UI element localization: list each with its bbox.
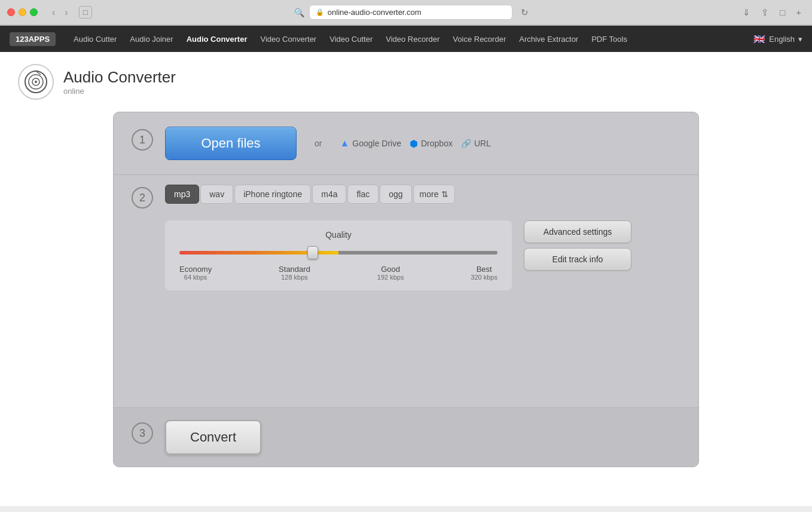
lock-icon: 🔒 — [316, 8, 324, 16]
google-drive-label: Google Drive — [352, 139, 401, 148]
nav-links: Audio Cutter Audio Joiner Audio Converte… — [68, 32, 753, 46]
format-tab-ogg[interactable]: ogg — [380, 185, 411, 204]
reload-button[interactable]: ↻ — [517, 6, 532, 19]
format-tab-m4a[interactable]: m4a — [312, 185, 346, 204]
quality-area: Quality Economy 64 kbps — [165, 220, 512, 290]
format-tab-iphone-ringtone[interactable]: iPhone ringtone — [234, 185, 311, 204]
app-subtitle: online — [63, 87, 176, 96]
logo-icon — [24, 70, 48, 94]
brand-logo[interactable]: 123APPS — [10, 32, 56, 46]
slider-wrap — [179, 247, 497, 259]
step3-section: 3 Convert — [114, 408, 698, 467]
app-logo — [18, 64, 54, 100]
format-tab-wav[interactable]: wav — [200, 185, 233, 204]
nav-audio-cutter[interactable]: Audio Cutter — [68, 32, 123, 46]
dropbox-label: Dropbox — [421, 139, 453, 148]
url-label: URL — [474, 139, 491, 148]
step3-number: 3 — [132, 422, 153, 444]
url-link[interactable]: 🔗 URL — [461, 139, 491, 148]
format-tabs: mp3 wav iPhone ringtone m4a flac ogg mor… — [165, 185, 680, 204]
forward-button[interactable]: › — [61, 6, 71, 19]
page-content: Audio Converter online 1 Open files or ▲… — [0, 52, 812, 506]
app-title-wrap: Audio Converter online — [63, 68, 176, 96]
dropbox-icon: ⬢ — [410, 138, 418, 149]
quality-marker-best: Best 320 kbps — [471, 265, 497, 281]
step2-number: 2 — [132, 187, 153, 209]
edit-track-info-button[interactable]: Edit track info — [524, 248, 631, 271]
step2-content: mp3 wav iPhone ringtone m4a flac ogg mor… — [165, 185, 680, 398]
open-files-button[interactable]: Open files — [165, 127, 297, 160]
nav-audio-converter[interactable]: Audio Converter — [181, 32, 254, 46]
nav-video-recorder[interactable]: Video Recorder — [380, 32, 445, 46]
url-text: online-audio-converter.com — [328, 8, 422, 17]
download-button[interactable]: ⇓ — [739, 6, 754, 19]
window-mode-button[interactable]: □ — [79, 6, 92, 19]
converter-wrap: 1 Open files or ▲ Google Drive ⬢ Dropbox — [0, 112, 812, 479]
app-header: Audio Converter online — [0, 52, 812, 112]
nav-audio-joiner[interactable]: Audio Joiner — [124, 32, 179, 46]
nav-video-cutter[interactable]: Video Cutter — [323, 32, 378, 46]
slider-track — [179, 251, 497, 255]
convert-button[interactable]: Convert — [165, 420, 261, 455]
more-label: more — [420, 189, 439, 199]
quality-label: Quality — [179, 230, 497, 240]
app-navbar: 123APPS Audio Cutter Audio Joiner Audio … — [0, 26, 812, 52]
or-text: or — [315, 139, 322, 148]
share-button[interactable]: ⇪ — [758, 6, 773, 19]
back-button[interactable]: ‹ — [48, 6, 59, 19]
chevron-down-icon: ▾ — [798, 35, 802, 44]
step1-section: 1 Open files or ▲ Google Drive ⬢ Dropbox — [114, 112, 698, 175]
add-tab-button[interactable]: + — [792, 6, 805, 19]
svg-point-3 — [35, 81, 37, 83]
link-icon: 🔗 — [461, 139, 471, 148]
cloud-links: ▲ Google Drive ⬢ Dropbox 🔗 URL — [340, 138, 490, 149]
step1-inner: 1 Open files or ▲ Google Drive ⬢ Dropbox — [114, 112, 698, 174]
empty-space — [165, 290, 680, 398]
step1-number: 1 — [132, 129, 153, 151]
google-drive-link[interactable]: ▲ Google Drive — [340, 138, 401, 149]
quality-marker-good: Good 192 kbps — [377, 265, 404, 281]
minimize-dot[interactable] — [19, 8, 26, 16]
flag-icon: 🇬🇧 — [753, 33, 765, 45]
quality-markers: Economy 64 kbps Standard 128 kbps Good — [179, 265, 497, 281]
dropbox-link[interactable]: ⬢ Dropbox — [410, 138, 453, 149]
nav-voice-recorder[interactable]: Voice Recorder — [447, 32, 512, 46]
language-label: English — [769, 35, 795, 44]
quality-marker-economy: Economy 64 kbps — [179, 265, 212, 281]
chevron-up-down-icon: ⇅ — [441, 189, 448, 199]
maximize-dot[interactable] — [30, 8, 38, 16]
step3-inner: 3 Convert — [114, 408, 698, 467]
google-drive-icon: ▲ — [340, 138, 349, 149]
converter-box: 1 Open files or ▲ Google Drive ⬢ Dropbox — [113, 112, 699, 467]
quality-row: Quality Economy 64 kbps — [165, 212, 680, 290]
step2-section: 2 mp3 wav iPhone ringtone m4a flac ogg m… — [114, 175, 698, 408]
quality-marker-standard: Standard 128 kbps — [279, 265, 310, 281]
search-icon: 🔍 — [294, 8, 304, 17]
format-more-button[interactable]: more ⇅ — [413, 185, 455, 204]
nav-video-converter[interactable]: Video Converter — [254, 32, 322, 46]
page-title: Audio Converter — [63, 68, 176, 87]
nav-pdf-tools[interactable]: PDF Tools — [585, 32, 633, 46]
nav-archive-extractor[interactable]: Archive Extractor — [513, 32, 584, 46]
close-dot[interactable] — [7, 8, 15, 16]
new-tab-button[interactable]: □ — [776, 6, 789, 19]
language-selector[interactable]: 🇬🇧 English ▾ — [753, 33, 802, 45]
address-bar[interactable]: 🔒 online-audio-converter.com — [309, 5, 512, 20]
side-buttons: Advanced settings Edit track info — [524, 220, 631, 271]
format-tab-flac[interactable]: flac — [347, 185, 378, 204]
format-tab-mp3[interactable]: mp3 — [165, 185, 199, 204]
advanced-settings-button[interactable]: Advanced settings — [524, 220, 631, 243]
slider-thumb[interactable] — [307, 246, 318, 259]
